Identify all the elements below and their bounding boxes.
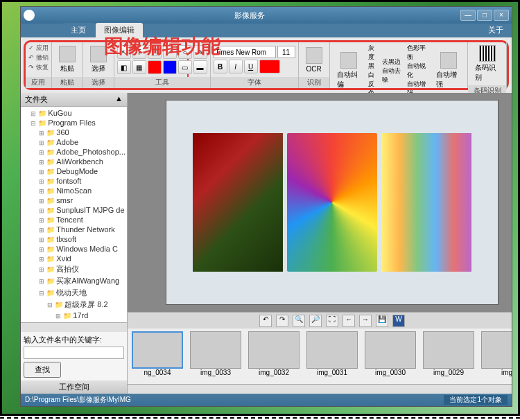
search-button[interactable]: 查找 [24,362,61,378]
thumbnail-label: img_0029 [433,369,464,376]
thumbnail-label: img_0031 [317,369,347,376]
thumbnail-strip[interactable]: ng_0034img_0033img_0032img_0031img_0030i… [128,329,512,384]
thumbnail-item[interactable]: img_0032 [247,331,301,381]
tree-item[interactable]: Program Files [31,118,125,128]
group-label-font: 字体 [211,77,298,88]
color1-tool[interactable] [148,60,162,74]
tree-item[interactable]: NimoScan [31,186,125,195]
color2-tool[interactable] [163,60,177,74]
tree-item[interactable]: fontsoft [31,176,125,186]
image-canvas[interactable] [128,93,512,312]
save-button[interactable]: 💾 [376,315,388,327]
rotate-left-button[interactable]: ↶ [259,315,272,327]
balance-button[interactable]: 色彩平衡 [407,44,429,62]
auto-enhance2-button[interactable]: 自动增强 [432,51,465,91]
tree-item[interactable]: 17rd [31,310,125,320]
maximize-button[interactable]: □ [477,10,492,21]
ocr-icon [306,47,322,64]
zoom-in-button[interactable]: 🔍 [293,315,305,327]
deblack-button[interactable]: 去黑边 [382,58,404,67]
titlebar: 影像服务 — □ × [21,7,512,24]
auto-deskew-button[interactable]: 自动纠偏 [333,51,365,91]
scan-photo-strawberry [193,133,283,272]
enhance-icon [440,52,457,69]
tree-scrollbar[interactable] [21,322,127,332]
thumbnail-image [248,331,300,369]
screenshot-frame: 影像服务 — □ × 主页 图像编辑 关于 图像编辑功能 ✓ 应用 ↶ 撤销 ↷… [0,0,520,416]
fill-tool[interactable]: ▦ [132,60,146,74]
scan-photo-pencils [381,133,471,272]
ocr-button[interactable]: OCR [302,46,327,74]
tree-item[interactable]: SunplusIT MJPG de [31,205,125,215]
tree-item[interactable]: 超级录屏 8.2 [31,299,125,310]
despeckle-button[interactable]: 自动去噪 [382,67,404,85]
thumbnail-label: img_0033 [200,369,231,376]
tree-item[interactable]: 锐动天地 [31,287,125,299]
tree-item[interactable]: Windows Media C [31,244,125,254]
folder-tree[interactable]: KuGouProgram Files360AdobeAdobe_Photosho… [21,107,127,322]
barcode-button[interactable]: 条码识别 [471,44,503,84]
app-window: 影像服务 — □ × 主页 图像编辑 关于 图像编辑功能 ✓ 应用 ↶ 撤销 ↷… [20,6,512,407]
close-button[interactable]: × [494,10,509,21]
tree-item[interactable]: 高拍仪 [31,263,125,275]
rotate-right-button[interactable]: ↷ [276,315,288,327]
next-button[interactable]: → [359,315,372,327]
thumbnail-item[interactable]: img [480,331,512,381]
tree-item[interactable]: Thunder Network [31,225,125,234]
tree-item[interactable]: Adobe_Photoshop... [31,147,125,157]
tree-item[interactable]: Tencent [31,215,125,225]
thumbnail-item[interactable]: img_0030 [363,331,417,381]
eraser-tool[interactable]: ◧ [117,60,131,74]
status-selection: 当前选定1个对象 [444,395,508,405]
fit-button[interactable]: ⛶ [326,315,338,327]
search-input[interactable] [24,347,124,359]
export-word-button[interactable]: W [392,315,405,327]
tree-item[interactable]: AliWorkbench [31,157,125,166]
rect-tool[interactable]: ▭ [178,60,192,74]
tree-item[interactable]: tlxsoft [31,234,125,244]
scan-photo-colorwheel [287,133,377,272]
tree-item[interactable]: 360 [31,128,125,137]
sharpen-button[interactable]: 自动锐化 [407,62,429,80]
font-size-select[interactable] [277,46,295,58]
paste-button[interactable]: 粘贴 [55,44,80,75]
ribbon-group-apply: ✓ 应用 ↶ 撤销 ↷ 恢复 应用 [26,42,52,88]
undo-button[interactable]: ↶ 撤销 [28,53,49,62]
group-label-select: 选择 [83,77,114,88]
font-family-select[interactable] [214,46,276,58]
bold-button[interactable]: B [214,60,227,73]
tree-item[interactable]: smsr [31,195,125,205]
apply-button[interactable]: ✓ 应用 [28,44,49,53]
underline-button[interactable]: U [244,60,258,73]
view-toolbar: ↶ ↷ 🔍 🔎 ⛶ ← → 💾 W [128,312,512,329]
sidebar-header: 文件夹 ▲ [21,93,127,107]
workspace-header[interactable]: 工作空间 [21,380,127,394]
barcode-icon [479,45,496,62]
page-divider [0,417,520,419]
thumb-scrollbar[interactable] [128,384,512,394]
tree-item[interactable]: Adobe [31,137,125,147]
thumbnail-item[interactable]: img_0029 [422,331,476,381]
group-label-recog: 识别 [299,77,329,88]
thumbnail-item[interactable]: ng_0034 [130,331,184,381]
thumbnail-item[interactable]: img_0033 [189,331,243,381]
tree-item[interactable]: Xvid [31,254,125,263]
menu-about[interactable]: 关于 [480,23,512,37]
minimize-button[interactable]: — [460,10,476,21]
bw-button[interactable]: 黑白 [368,62,379,80]
tree-item[interactable]: DebugMode [31,166,125,176]
redo-button[interactable]: ↷ 恢复 [28,63,49,72]
clipboard-icon [59,46,76,62]
tree-item[interactable]: KuGou [31,108,125,118]
ribbon-group-barcode: 条码识别 条码识别 [468,42,507,88]
zoom-out-button[interactable]: 🔎 [309,315,322,327]
gray-button[interactable]: 灰度 [368,44,379,62]
thumbnail-item[interactable]: img_0031 [305,331,359,381]
tab-home[interactable]: 主页 [62,23,94,37]
thumbnail-image [190,331,241,369]
prev-button[interactable]: ← [343,315,355,327]
italic-button[interactable]: I [229,60,243,73]
font-color-button[interactable] [259,60,280,73]
highlight-tool[interactable]: ▬ [193,60,207,74]
tree-item[interactable]: 买家AliWangWang [31,275,125,287]
